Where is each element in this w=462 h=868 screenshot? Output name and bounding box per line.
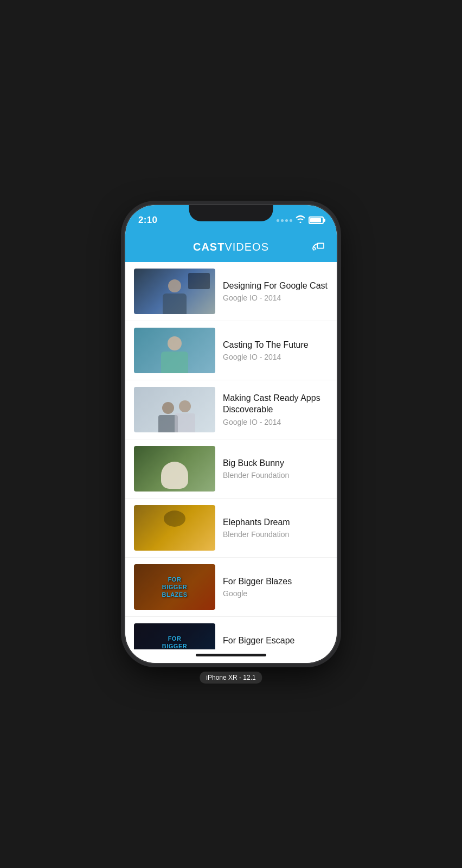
video-thumbnail bbox=[134, 505, 215, 551]
app-header: CASTVIDEOS bbox=[125, 232, 337, 262]
video-title: Elephants Dream bbox=[223, 517, 328, 528]
video-title: For Bigger Escape bbox=[223, 635, 328, 647]
phone-wrapper: 2:10 bbox=[117, 201, 345, 667]
battery-icon bbox=[309, 216, 324, 224]
home-bar bbox=[196, 654, 266, 656]
video-subtitle: Blender Foundation bbox=[223, 471, 328, 480]
signal-dot-4 bbox=[290, 219, 292, 222]
phone-screen: 2:10 bbox=[125, 205, 337, 663]
signal-dot-2 bbox=[281, 219, 284, 222]
video-info: For Bigger Blazes Google bbox=[215, 576, 328, 598]
video-title: For Bigger Blazes bbox=[223, 576, 328, 588]
video-item[interactable]: FORBIGGERESCAPES For Bigger Escape Googl… bbox=[125, 617, 337, 649]
video-title: Making Cast Ready Apps Discoverable bbox=[223, 393, 328, 416]
notch bbox=[189, 205, 273, 221]
app-title-cast: CAST bbox=[193, 241, 224, 253]
home-indicator bbox=[125, 649, 337, 663]
video-thumbnail bbox=[134, 269, 215, 314]
video-info: For Bigger Escape Google bbox=[215, 635, 328, 649]
video-thumbnail bbox=[134, 328, 215, 373]
video-item[interactable]: Casting To The Future Google IO - 2014 bbox=[125, 321, 337, 380]
video-info: Elephants Dream Blender Foundation bbox=[215, 517, 328, 539]
video-subtitle: Google IO - 2014 bbox=[223, 418, 328, 426]
video-info: Making Cast Ready Apps Discoverable Goog… bbox=[215, 393, 328, 426]
signal-dot-3 bbox=[285, 219, 288, 222]
signal-dots bbox=[277, 219, 292, 222]
status-icons bbox=[277, 215, 324, 225]
video-title: Big Buck Bunny bbox=[223, 458, 328, 469]
video-item[interactable]: FORBIGGERBLAZES For Bigger Blazes Google bbox=[125, 558, 337, 617]
video-subtitle: Google IO - 2014 bbox=[223, 353, 328, 361]
video-thumbnail bbox=[134, 446, 215, 492]
status-time: 2:10 bbox=[138, 215, 157, 226]
video-item[interactable]: Elephants Dream Blender Foundation bbox=[125, 499, 337, 558]
video-title: Designing For Google Cast bbox=[223, 280, 328, 292]
video-item[interactable]: Designing For Google Cast Google IO - 20… bbox=[125, 262, 337, 321]
video-info: Big Buck Bunny Blender Foundation bbox=[215, 458, 328, 480]
video-thumbnail: FORBIGGERESCAPES bbox=[134, 623, 215, 649]
cast-button[interactable] bbox=[311, 240, 326, 254]
battery-fill bbox=[310, 218, 321, 222]
svg-point-0 bbox=[313, 249, 315, 251]
video-title: Casting To The Future bbox=[223, 340, 328, 351]
video-thumbnail: FORBIGGERBLAZES bbox=[134, 564, 215, 610]
video-info: Casting To The Future Google IO - 2014 bbox=[215, 340, 328, 362]
app-title: CASTVIDEOS bbox=[193, 241, 269, 253]
video-info: Designing For Google Cast Google IO - 20… bbox=[215, 280, 328, 303]
video-item[interactable]: Making Cast Ready Apps Discoverable Goog… bbox=[125, 380, 337, 439]
video-item[interactable]: Big Buck Bunny Blender Foundation bbox=[125, 439, 337, 499]
video-thumbnail bbox=[134, 387, 215, 432]
device-label: iPhone XR - 12.1 bbox=[200, 672, 262, 684]
signal-dot-1 bbox=[277, 219, 279, 222]
video-subtitle: Blender Foundation bbox=[223, 530, 328, 539]
video-subtitle: Google bbox=[223, 589, 328, 598]
video-list: Designing For Google Cast Google IO - 20… bbox=[125, 262, 337, 649]
app-title-videos: VIDEOS bbox=[224, 241, 269, 253]
phone-frame: 2:10 bbox=[125, 205, 337, 663]
video-subtitle: Google IO - 2014 bbox=[223, 293, 328, 302]
wifi-icon bbox=[296, 215, 305, 225]
